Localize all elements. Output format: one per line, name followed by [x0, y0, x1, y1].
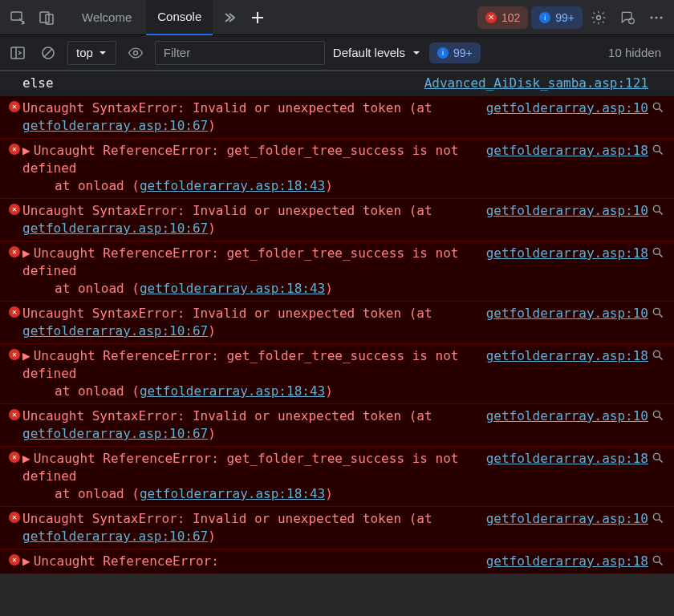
- svg-point-16: [653, 308, 660, 314]
- more-tabs-icon[interactable]: [216, 5, 242, 30]
- svg-point-18: [653, 411, 660, 417]
- reveal-icon[interactable]: [648, 245, 668, 259]
- console-error-row: ✕▶Uncaught ReferenceError:getfolderarray…: [0, 549, 674, 573]
- settings-icon[interactable]: [586, 5, 611, 30]
- svg-point-5: [650, 16, 652, 18]
- console-error-row: ✕▶Uncaught ReferenceError: get_folder_tr…: [0, 138, 674, 198]
- svg-point-14: [653, 205, 660, 212]
- console-error-row: ✕Uncaught SyntaxError: Invalid or unexpe…: [0, 506, 674, 549]
- error-icon: ✕: [9, 554, 20, 565]
- error-icon: ✕: [9, 306, 20, 318]
- filter-input[interactable]: [155, 41, 325, 65]
- source-link[interactable]: getfolderarray.asp:18: [477, 245, 648, 262]
- stack-link[interactable]: getfolderarray.asp:18:43: [140, 383, 325, 399]
- disclosure-triangle-icon[interactable]: ▶: [22, 142, 30, 160]
- svg-point-15: [653, 248, 660, 254]
- more-options-icon[interactable]: [644, 5, 669, 30]
- console-toolbar: top Default levels i 99+ 10 hidden: [0, 35, 674, 71]
- svg-point-20: [653, 513, 660, 520]
- reveal-icon[interactable]: [648, 142, 668, 156]
- error-icon: ✕: [9, 204, 20, 215]
- stack-link[interactable]: getfolderarray.asp:10:67: [22, 529, 208, 544]
- error-icon: ✕: [9, 349, 20, 360]
- info-dot-icon: i: [437, 47, 449, 59]
- console-error-row: ✕Uncaught SyntaxError: Invalid or unexpe…: [0, 95, 674, 138]
- reveal-icon[interactable]: [648, 305, 668, 319]
- hidden-messages-count[interactable]: 10 hidden: [608, 46, 668, 59]
- reveal-icon[interactable]: [648, 407, 668, 422]
- tab-welcome[interactable]: Welcome: [71, 0, 143, 35]
- error-text: Uncaught SyntaxError: Invalid or unexpec…: [22, 99, 477, 135]
- tab-console[interactable]: Console: [146, 0, 213, 35]
- device-toolbar-icon[interactable]: [34, 5, 59, 30]
- error-count: 102: [501, 11, 520, 24]
- svg-point-6: [655, 16, 657, 18]
- issues-count: 99+: [453, 47, 473, 59]
- reveal-icon[interactable]: [648, 553, 668, 567]
- stack-link[interactable]: getfolderarray.asp:18:43: [140, 178, 325, 193]
- svg-point-17: [653, 351, 660, 357]
- error-text: Uncaught SyntaxError: Invalid or unexpec…: [22, 510, 477, 545]
- console-error-row: ✕Uncaught SyntaxError: Invalid or unexpe…: [0, 403, 674, 446]
- error-text: Uncaught SyntaxError: Invalid or unexpec…: [22, 202, 477, 237]
- stack-link[interactable]: getfolderarray.asp:10:67: [22, 426, 208, 441]
- inspect-element-icon[interactable]: [5, 5, 30, 30]
- reveal-icon[interactable]: [648, 202, 668, 217]
- reveal-icon[interactable]: [648, 450, 668, 464]
- source-link[interactable]: getfolderarray.asp:10: [477, 99, 648, 117]
- disclosure-triangle-icon[interactable]: ▶: [22, 245, 30, 262]
- info-count-badge[interactable]: i 99+: [531, 6, 583, 29]
- toggle-sidebar-icon[interactable]: [6, 42, 29, 64]
- svg-point-21: [653, 556, 660, 562]
- chevron-down-icon: [98, 48, 108, 58]
- reveal-icon[interactable]: [648, 347, 668, 362]
- feedback-icon[interactable]: [615, 5, 640, 30]
- error-icon: ✕: [9, 144, 20, 155]
- console-error-row: ✕▶Uncaught ReferenceError: get_folder_tr…: [0, 241, 674, 301]
- levels-label: Default levels: [333, 46, 405, 59]
- stack-link[interactable]: getfolderarray.asp:10:67: [22, 323, 208, 338]
- stack-link[interactable]: getfolderarray.asp:10:67: [22, 221, 208, 236]
- source-link[interactable]: getfolderarray.asp:10: [477, 305, 648, 322]
- console-log-row: elseAdvanced_AiDisk_samba.asp:121: [0, 71, 674, 95]
- execution-context-select[interactable]: top: [67, 41, 116, 65]
- log-text: else: [22, 75, 415, 92]
- error-text: ▶Uncaught ReferenceError: get_folder_tre…: [22, 142, 477, 195]
- stack-link[interactable]: getfolderarray.asp:18:43: [140, 281, 325, 296]
- error-text: Uncaught SyntaxError: Invalid or unexpec…: [22, 305, 477, 340]
- source-link[interactable]: getfolderarray.asp:18: [477, 347, 648, 365]
- disclosure-triangle-icon[interactable]: ▶: [22, 553, 30, 570]
- source-link[interactable]: getfolderarray.asp:18: [477, 450, 648, 468]
- error-count-badge[interactable]: ✕ 102: [477, 6, 528, 29]
- info-count: 99+: [555, 11, 575, 24]
- console-error-row: ✕▶Uncaught ReferenceError: get_folder_tr…: [0, 343, 674, 403]
- error-text: ▶Uncaught ReferenceError: get_folder_tre…: [22, 245, 477, 298]
- reveal-icon[interactable]: [648, 510, 668, 525]
- error-icon: ✕: [9, 409, 20, 420]
- source-link[interactable]: getfolderarray.asp:18: [477, 553, 648, 570]
- source-link[interactable]: getfolderarray.asp:10: [477, 510, 648, 528]
- error-text: ▶Uncaught ReferenceError: get_folder_tre…: [22, 450, 477, 503]
- source-link[interactable]: getfolderarray.asp:18: [477, 142, 648, 160]
- error-dot-icon: ✕: [485, 12, 497, 23]
- issues-badge[interactable]: i 99+: [429, 43, 481, 63]
- error-text: ▶Uncaught ReferenceError:: [22, 553, 477, 570]
- add-tab-icon[interactable]: [245, 5, 270, 30]
- error-text: Uncaught SyntaxError: Invalid or unexpec…: [22, 407, 477, 443]
- svg-rect-8: [11, 47, 24, 59]
- devtools-tabbar: Welcome Console ✕ 102 i 99+: [0, 0, 674, 35]
- live-expression-icon[interactable]: [124, 42, 147, 64]
- stack-link[interactable]: getfolderarray.asp:10:67: [22, 118, 208, 133]
- disclosure-triangle-icon[interactable]: ▶: [22, 347, 30, 365]
- svg-point-7: [660, 16, 662, 18]
- source-link[interactable]: getfolderarray.asp:10: [477, 407, 648, 425]
- reveal-icon[interactable]: [648, 99, 668, 114]
- disclosure-triangle-icon[interactable]: ▶: [22, 450, 30, 468]
- stack-link[interactable]: getfolderarray.asp:18:43: [140, 486, 325, 501]
- svg-point-13: [653, 145, 660, 152]
- log-levels-select[interactable]: Default levels: [333, 46, 421, 59]
- source-link[interactable]: Advanced_AiDisk_samba.asp:121: [415, 75, 648, 92]
- console-messages: elseAdvanced_AiDisk_samba.asp:121✕Uncaug…: [0, 71, 674, 616]
- source-link[interactable]: getfolderarray.asp:10: [477, 202, 648, 220]
- clear-console-icon[interactable]: [37, 42, 59, 64]
